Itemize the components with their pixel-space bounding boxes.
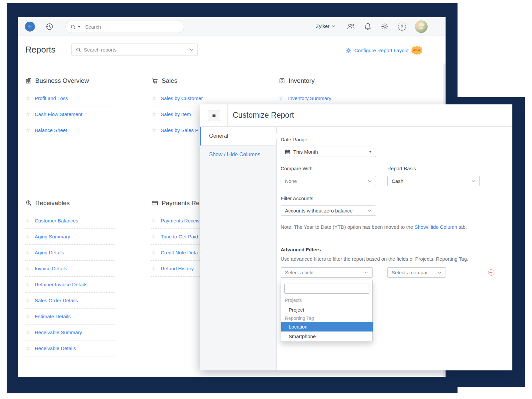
- favorite-star-icon[interactable]: ☆: [25, 281, 30, 288]
- group-label-projects: Projects: [285, 298, 302, 303]
- org-switcher[interactable]: Zylker: [316, 23, 335, 29]
- report-link[interactable]: Estimate Details: [35, 314, 70, 319]
- report-link[interactable]: Inventory Summary: [288, 95, 331, 101]
- favorite-star-icon[interactable]: ☆: [25, 329, 30, 336]
- advanced-filters-title: Advanced Filters: [281, 247, 321, 252]
- global-search[interactable]: Search: [66, 21, 184, 33]
- report-row: ☆Receivable Details: [25, 340, 115, 356]
- report-link[interactable]: Sales Order Details: [35, 298, 78, 303]
- ytd-note: Note: The Year to Date (YTD) option has …: [281, 224, 467, 230]
- modal-header-menu-cell: ≡: [200, 104, 228, 127]
- favorite-star-icon[interactable]: ☆: [25, 297, 30, 304]
- favorite-star-icon[interactable]: ☆: [25, 233, 30, 240]
- field-select[interactable]: Select a field: [281, 267, 373, 278]
- filter-accounts-value: Accounts without zero balance: [285, 208, 365, 213]
- report-link[interactable]: Cash Flow Statement: [35, 111, 82, 117]
- favorite-star-icon[interactable]: ☆: [151, 95, 156, 102]
- comparator-select[interactable]: Select a compar...: [387, 267, 446, 278]
- tab-label: Show / Hide Columns: [209, 152, 260, 158]
- report-link[interactable]: Aging Summary: [35, 234, 70, 239]
- customize-report-modal: ≡ Customize Report General Show / Hide C…: [200, 104, 512, 370]
- user-avatar[interactable]: [415, 20, 428, 33]
- option-smartphone[interactable]: Smartphone: [281, 332, 373, 341]
- report-row: ☆Inventory Summary: [279, 90, 368, 106]
- favorite-star-icon[interactable]: ☆: [279, 95, 284, 102]
- favorite-star-icon[interactable]: ☆: [25, 313, 30, 320]
- compare-with-select[interactable]: None: [281, 176, 376, 186]
- section-heading: Business Overview: [25, 77, 115, 90]
- favorite-star-icon[interactable]: ☆: [151, 265, 156, 272]
- section-title: Receivables: [35, 200, 70, 207]
- report-row: ☆Customer Balances: [25, 213, 115, 229]
- date-range-value: This Month: [293, 149, 366, 155]
- date-range-label: Date Range: [281, 137, 307, 142]
- favorite-star-icon[interactable]: ☆: [151, 217, 156, 224]
- field-select-placeholder: Select a field: [285, 270, 361, 275]
- favorite-star-icon[interactable]: ☆: [25, 111, 30, 118]
- report-row: ☆Invoice Details: [25, 261, 115, 277]
- report-link[interactable]: Receivable Summary: [35, 330, 82, 335]
- favorite-star-icon[interactable]: ☆: [151, 249, 156, 256]
- option-label: Smartphone: [289, 333, 316, 339]
- cart-icon: [151, 77, 158, 84]
- users-icon[interactable]: [346, 23, 355, 31]
- report-link[interactable]: Invoice Details: [35, 266, 67, 271]
- gear-icon: [345, 47, 352, 54]
- comparator-placeholder: Select a compar...: [392, 270, 435, 275]
- report-row: ☆Retainer Invoice Details: [25, 277, 115, 293]
- tab-general[interactable]: General: [200, 127, 276, 146]
- search-icon: [76, 47, 81, 53]
- recent-history-icon[interactable]: [45, 22, 54, 31]
- favorite-star-icon[interactable]: ☆: [25, 345, 30, 352]
- help-icon[interactable]: ?: [398, 23, 406, 31]
- report-row: ☆Profit and Loss: [25, 90, 115, 106]
- report-link[interactable]: Credit Note Deta: [161, 250, 198, 255]
- report-link[interactable]: Aging Details: [35, 250, 64, 255]
- option-project[interactable]: Project: [281, 305, 373, 315]
- reports-search-select[interactable]: Search reports: [71, 44, 198, 56]
- notifications-bell-icon[interactable]: [364, 22, 372, 31]
- report-link[interactable]: Refund History: [161, 266, 194, 271]
- section-inventory: Inventory ☆Inventory Summary: [279, 77, 368, 106]
- option-location[interactable]: Location: [281, 322, 373, 332]
- global-search-placeholder: Search: [85, 24, 101, 30]
- reports-search-placeholder: Search reports: [84, 47, 187, 53]
- favorite-star-icon[interactable]: ☆: [25, 265, 30, 272]
- section-title: Sales: [162, 77, 178, 84]
- date-range-select[interactable]: This Month: [281, 147, 376, 157]
- report-link[interactable]: Profit and Loss: [35, 95, 68, 101]
- favorite-star-icon[interactable]: ☆: [25, 127, 30, 134]
- report-link[interactable]: Payments Receiv: [161, 218, 200, 223]
- report-link[interactable]: Retainer Invoice Details: [35, 282, 87, 287]
- report-basis-select[interactable]: Cash: [387, 176, 480, 186]
- report-link[interactable]: Time to Get Paid: [161, 234, 198, 239]
- show-hide-column-link[interactable]: Show/Hide Column: [414, 224, 457, 230]
- field-dropdown-search-input[interactable]: [284, 284, 369, 294]
- report-link[interactable]: Sales by Item: [161, 111, 191, 117]
- favorite-star-icon[interactable]: ☆: [25, 95, 30, 102]
- favorite-star-icon[interactable]: ☆: [151, 127, 156, 134]
- search-scope-caret-icon[interactable]: [78, 26, 80, 28]
- report-link[interactable]: Balance Sheet: [35, 127, 67, 133]
- chevron-down-icon: [471, 180, 475, 183]
- report-link[interactable]: Sales by Customer: [161, 95, 203, 101]
- settings-gear-icon[interactable]: [381, 22, 389, 31]
- chevron-up-icon: [364, 271, 368, 274]
- report-link[interactable]: Receivable Details: [35, 345, 76, 351]
- filter-accounts-select[interactable]: Accounts without zero balance: [281, 205, 376, 216]
- receivables-coin-icon: [25, 200, 32, 206]
- section-heading: Sales: [151, 77, 242, 90]
- quick-create-button[interactable]: +: [25, 22, 35, 32]
- configure-report-layout-label: Configure Report Layout: [354, 48, 409, 53]
- configure-report-layout-link[interactable]: Configure Report Layout NEW: [345, 46, 422, 55]
- favorite-star-icon[interactable]: ☆: [151, 233, 156, 240]
- hamburger-menu-icon[interactable]: ≡: [208, 110, 220, 121]
- tab-show-hide-columns[interactable]: Show / Hide Columns: [200, 146, 276, 164]
- report-link[interactable]: Customer Balances: [35, 218, 78, 223]
- favorite-star-icon[interactable]: ☆: [25, 249, 30, 256]
- remove-filter-icon[interactable]: [488, 269, 494, 276]
- favorite-star-icon[interactable]: ☆: [25, 217, 30, 224]
- favorite-star-icon[interactable]: ☆: [151, 111, 156, 118]
- report-row: ☆Cash Flow Statement: [25, 106, 115, 122]
- report-link[interactable]: Sales by Sales P: [161, 127, 198, 133]
